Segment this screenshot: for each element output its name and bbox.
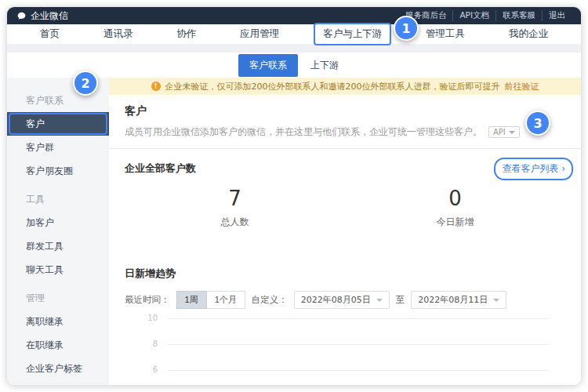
sidebar-item-customer-groups[interactable]: 客户群 [7, 136, 109, 159]
tab-upstream-downstream[interactable]: 上下游 [299, 54, 350, 77]
time-range-toggle: 1周 1个月 [176, 291, 245, 309]
sidebar-item-customers[interactable]: 客户 [7, 112, 109, 136]
stat-total-label: 总人数 [125, 216, 345, 229]
date-from-select[interactable]: 2022年08月05日 [294, 291, 390, 309]
y-axis-tick: 8 [140, 339, 158, 348]
trend-title: 日新增趋势 [125, 267, 565, 281]
topbar-link-logout[interactable]: 退出 [542, 10, 572, 21]
sidebar-item-bulk-message-tool[interactable]: 群发工具 [7, 234, 109, 258]
sidebar-group-management: 管理 [7, 286, 109, 310]
y-axis-tick: 6 [140, 365, 158, 374]
date-to-value: 2022年08月11日 [418, 294, 488, 306]
page-background-strip [7, 45, 581, 53]
gridline [167, 318, 550, 319]
page-title: 客户 [125, 104, 565, 118]
range-1-week-button[interactable]: 1周 [176, 291, 207, 309]
sidebar: 客户联系 客户 客户群 客户朋友圈 工具 加客户 群发工具 聊天工具 管理 离职… [7, 78, 109, 385]
stat-new-today: 0 今日新增 [345, 187, 565, 229]
customer-count-title: 企业全部客户数 [125, 162, 196, 176]
sidebar-item-security-control[interactable]: 安全管控 [7, 380, 109, 385]
stats-row: 7 总人数 0 今日新增 [125, 187, 565, 229]
app-logo-text: 企业微信 [31, 9, 68, 23]
view-customer-list-link[interactable]: 查看客户列表 › [502, 162, 565, 176]
recent-time-label: 最近时间： [125, 294, 170, 306]
content-area: 客户联系 客户 客户群 客户朋友圈 工具 加客户 群发工具 聊天工具 管理 离职… [7, 78, 581, 385]
trend-section: 日新增趋势 最近时间： 1周 1个月 自定义： 2022年08月05日 至 [109, 267, 581, 386]
topbar-link-api-docs[interactable]: API文档 [452, 10, 495, 21]
stat-total: 7 总人数 [125, 187, 345, 229]
trend-controls: 最近时间： 1周 1个月 自定义： 2022年08月05日 至 2022年08月 [125, 291, 565, 309]
to-label: 至 [396, 294, 405, 306]
topbar-links: 服务商后台 API文档 联系客服 退出 [399, 10, 572, 21]
nav-item-contacts[interactable]: 通讯录 [99, 26, 138, 42]
stat-total-value: 7 [125, 187, 345, 210]
date-to-select[interactable]: 2022年08月11日 [411, 291, 506, 309]
date-from-value: 2022年08月05日 [301, 294, 371, 306]
sidebar-item-resigned-inheritance[interactable]: 离职继承 [7, 310, 109, 333]
sidebar-item-add-customers[interactable]: 加客户 [7, 211, 109, 234]
annotation-step-1: 1 [394, 16, 419, 41]
chevron-down-icon [376, 299, 383, 302]
chevron-down-icon [493, 299, 499, 302]
nav-item-app-management[interactable]: 应用管理 [235, 26, 284, 42]
chat-bubble-icon [16, 11, 27, 21]
custom-range-label: 自定义： [252, 294, 288, 306]
annotation-step-2: 2 [73, 71, 98, 96]
sidebar-item-active-inheritance[interactable]: 在职继承 [7, 333, 109, 357]
warning-icon [151, 82, 161, 91]
app-logo: 企业微信 [16, 9, 68, 23]
nav-item-customers-upstream-downstream[interactable]: 客户与上下游 [318, 26, 387, 42]
screenshot-stage: 企业微信 服务商后台 API文档 联系客服 退出 首页 通讯录 协作 应用管理 … [0, 0, 588, 392]
tab-customer-contact[interactable]: 客户联系 [238, 54, 298, 77]
topbar-link-support[interactable]: 联系客服 [495, 10, 542, 21]
nav-item-management-tools[interactable]: 管理工具 [421, 26, 470, 42]
banner-verify-link[interactable]: 前往验证 [505, 81, 539, 93]
main-panel: 企业未验证，仅可添加200位外部联系人和邀请200位外部联系人进群，验证后即可提… [109, 78, 581, 385]
annotation-step-3: 3 [525, 111, 550, 136]
customer-intro-section: 客户 成员可用企业微信添加客户的微信，并在这里与他们联系，企业可统一管理这些客户… [109, 95, 581, 149]
sidebar-item-customer-moments[interactable]: 客户朋友圈 [7, 159, 109, 183]
stat-new-today-value: 0 [345, 187, 565, 210]
trend-chart: 10 8 6 4 [140, 318, 550, 386]
nav-item-collaboration[interactable]: 协作 [172, 26, 201, 42]
main-nav: 首页 通讯录 协作 应用管理 客户与上下游 管理工具 我的企业 [7, 24, 581, 45]
y-axis-tick: 10 [140, 314, 158, 322]
banner-text: 企业未验证，仅可添加200位外部联系人和邀请200位外部联系人进群，验证后即可提… [165, 81, 500, 93]
api-dropdown[interactable]: API [488, 126, 520, 138]
sidebar-item-chat-tool[interactable]: 聊天工具 [7, 258, 109, 281]
app-window: 企业微信 服务商后台 API文档 联系客服 退出 首页 通讯录 协作 应用管理 … [6, 6, 582, 386]
sidebar-item-customer-tags[interactable]: 企业客户标签 [7, 357, 109, 380]
customer-count-section: 企业全部客户数 查看客户列表 › 7 总人数 0 今日新增 [109, 149, 581, 229]
nav-item-my-company[interactable]: 我的企业 [504, 26, 553, 42]
gridline [167, 370, 550, 371]
page-description: 成员可用企业微信添加客户的微信，并在这里与他们联系，企业可统一管理这些客户。 [125, 125, 482, 139]
top-bar: 企业微信 服务商后台 API文档 联系客服 退出 [7, 7, 581, 24]
stat-new-today-label: 今日新增 [345, 216, 565, 229]
chevron-down-icon [509, 131, 515, 134]
range-1-month-button[interactable]: 1个月 [207, 291, 245, 309]
sidebar-group-tools: 工具 [7, 187, 109, 211]
api-badge-label: API [493, 128, 506, 136]
nav-item-home[interactable]: 首页 [35, 26, 64, 42]
gridline [167, 344, 550, 345]
verification-banner: 企业未验证，仅可添加200位外部联系人和邀请200位外部联系人进群，验证后即可提… [109, 78, 581, 95]
